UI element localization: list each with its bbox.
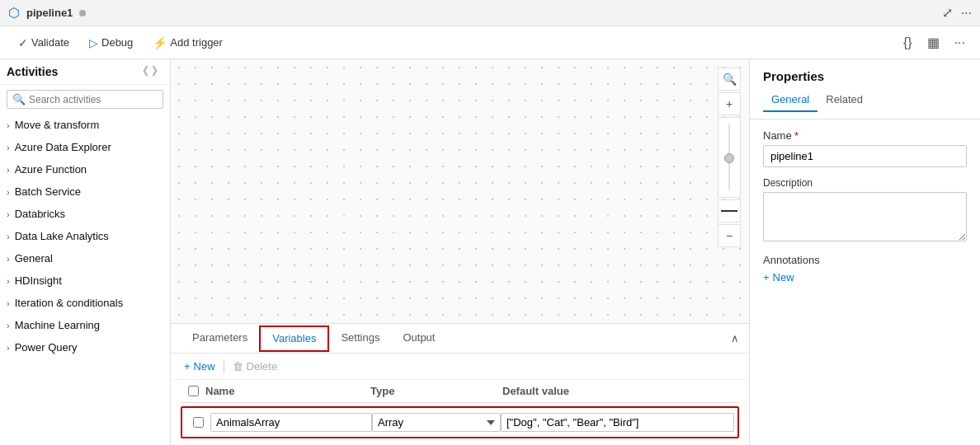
panel-toolbar: + New 🗑 Delete	[171, 354, 749, 380]
delete-button-label: Delete	[247, 360, 278, 372]
search-icon: 🔍	[12, 93, 26, 105]
slider-track	[728, 124, 730, 190]
chevron-icon: ›	[7, 232, 10, 241]
sidebar-item-machine-learning[interactable]: › Machine Learning	[0, 314, 170, 336]
sidebar-item-label: Power Query	[15, 341, 78, 354]
tab-related[interactable]: Related	[817, 90, 871, 112]
more-options-button[interactable]: ···	[949, 32, 970, 54]
tab-general[interactable]: General	[763, 90, 817, 112]
tab-variables[interactable]: Variables	[261, 327, 327, 350]
chevron-icon: ›	[7, 187, 10, 197]
tab-settings[interactable]: Settings	[329, 324, 391, 354]
search-input[interactable]	[29, 94, 158, 105]
sidebar-expand-icon[interactable]: 》	[152, 64, 163, 79]
name-field: Name *	[763, 129, 967, 167]
row-name-cell	[210, 413, 372, 432]
row-checkbox-cell	[186, 417, 210, 428]
panel-collapse-button[interactable]: ∧	[731, 332, 739, 344]
modified-dot	[79, 10, 86, 16]
slider-thumb[interactable]	[724, 153, 734, 163]
sidebar-item-hdinsight[interactable]: › HDInsight	[0, 269, 170, 292]
name-input[interactable]	[763, 145, 967, 167]
sidebar-item-label: Databricks	[15, 208, 65, 220]
validate-icon: ✓	[18, 36, 28, 49]
variable-default-input[interactable]	[501, 413, 734, 432]
divider-ctrl	[718, 199, 741, 222]
add-annotation-button[interactable]: + New	[763, 271, 794, 283]
col-name-header: Name	[205, 385, 370, 397]
new-variable-button[interactable]: + New	[181, 358, 219, 374]
tab-variables-label: Variables	[272, 332, 316, 344]
chevron-icon: ›	[7, 165, 10, 175]
add-trigger-label: Add trigger	[170, 36, 223, 49]
center-area: 🔍 + − Parameters	[171, 59, 749, 445]
sidebar-item-azure-data-explorer[interactable]: › Azure Data Explorer	[0, 136, 170, 158]
debug-button[interactable]: ▷ Debug	[81, 33, 141, 53]
toolbar-divider	[224, 360, 224, 373]
tab-parameters[interactable]: Parameters	[181, 324, 259, 354]
variable-type-select[interactable]: Array Boolean Integer String	[372, 413, 501, 432]
annotations-section: Annotations + New	[763, 254, 967, 283]
col-type-header: Type	[370, 385, 502, 397]
trigger-icon: ⚡	[153, 36, 167, 49]
zoom-slider	[718, 117, 741, 198]
table-header: Name Type Default value	[181, 380, 739, 403]
sidebar-item-label: Iteration & conditionals	[15, 297, 124, 309]
tab-output-label: Output	[403, 331, 435, 344]
canvas-background	[171, 59, 749, 323]
delete-variable-button[interactable]: 🗑 Delete	[229, 358, 281, 374]
search-canvas-button[interactable]: 🔍	[718, 68, 741, 91]
more-icon[interactable]: ···	[961, 6, 972, 21]
toolbar-right: {} ▦ ···	[898, 31, 970, 54]
col-default-header: Default value	[502, 385, 739, 397]
properties-panel: Properties General Related Name * Descri…	[749, 59, 980, 445]
zoom-out-button[interactable]: −	[718, 224, 741, 247]
sidebar-item-batch-service[interactable]: › Batch Service	[0, 180, 170, 203]
sidebar-item-azure-function[interactable]: › Azure Function	[0, 158, 170, 180]
chevron-icon: ›	[7, 209, 10, 219]
table-row: Array Boolean Integer String	[181, 406, 739, 438]
expand-icon[interactable]: ⤢	[942, 5, 953, 21]
sidebar-items: › Move & transform › Azure Data Explorer…	[0, 114, 170, 445]
sidebar-item-data-lake-analytics[interactable]: › Data Lake Analytics	[0, 225, 170, 247]
sidebar-item-label: Machine Learning	[15, 319, 100, 331]
variable-name-input[interactable]	[210, 413, 372, 432]
sidebar-item-general[interactable]: › General	[0, 247, 170, 269]
properties-title: Properties	[763, 69, 967, 83]
tab-output[interactable]: Output	[391, 324, 446, 354]
bottom-panel: Parameters Variables Settings Output ∧	[171, 323, 749, 445]
chevron-icon: ›	[7, 321, 10, 330]
select-all-checkbox[interactable]	[188, 386, 199, 396]
required-marker: *	[794, 129, 799, 142]
code-view-button[interactable]: {}	[898, 32, 917, 54]
validate-button[interactable]: ✓ Validate	[10, 33, 78, 53]
header-checkbox-cell	[181, 386, 205, 396]
chevron-icon: ›	[7, 143, 10, 152]
sidebar-item-label: General	[15, 252, 53, 265]
zoom-in-button[interactable]: +	[718, 92, 741, 115]
add-trigger-button[interactable]: ⚡ Add trigger	[144, 33, 231, 53]
topbar-actions: ⤢ ···	[942, 5, 972, 21]
monitor-button[interactable]: ▦	[922, 31, 945, 54]
tab-parameters-label: Parameters	[192, 331, 247, 344]
sidebar-item-power-query[interactable]: › Power Query	[0, 336, 170, 358]
sidebar-item-iteration-conditionals[interactable]: › Iteration & conditionals	[0, 292, 170, 314]
row-checkbox[interactable]	[193, 417, 204, 428]
description-label: Description	[763, 177, 967, 189]
variables-tab-wrapper: Variables	[259, 326, 329, 352]
row-default-cell	[501, 413, 734, 432]
pipeline-icon: ⬡	[8, 5, 20, 21]
delete-icon: 🗑	[233, 360, 243, 372]
sidebar-item-move-transform[interactable]: › Move & transform	[0, 114, 170, 136]
description-field: Description	[763, 177, 967, 244]
plus-icon: +	[184, 360, 191, 372]
description-textarea[interactable]	[763, 192, 967, 241]
toolbar: ✓ Validate ▷ Debug ⚡ Add trigger {} ▦ ··…	[0, 26, 980, 59]
chevron-icon: ›	[7, 120, 10, 130]
row-type-cell: Array Boolean Integer String	[372, 413, 501, 432]
top-bar: ⬡ pipeline1 ⤢ ···	[0, 0, 980, 26]
sidebar-item-label: Data Lake Analytics	[15, 230, 109, 242]
sidebar-collapse-icon[interactable]: 《	[137, 64, 148, 79]
plus-icon: +	[763, 271, 770, 283]
sidebar-item-databricks[interactable]: › Databricks	[0, 203, 170, 225]
